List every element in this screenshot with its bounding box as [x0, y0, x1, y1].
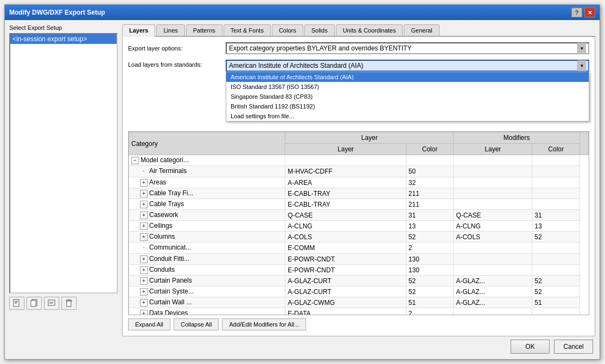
modifier-color-cell	[532, 308, 580, 316]
expand-icon[interactable]: ·	[140, 168, 148, 176]
category-cell: +Areas	[129, 177, 285, 188]
new-setup-button[interactable]	[9, 297, 24, 310]
expand-icon[interactable]: ·	[140, 245, 148, 252]
collapse-icon[interactable]: +	[140, 288, 148, 296]
collapse-icon[interactable]: +	[140, 299, 148, 306]
collapse-icon[interactable]: +	[140, 201, 148, 208]
modifier-color-cell: 51	[532, 297, 580, 308]
help-button[interactable]: ?	[571, 8, 582, 17]
tab-colors[interactable]: Colors	[272, 24, 303, 36]
title-bar-buttons: ? ✕	[571, 8, 595, 17]
cancel-button[interactable]: Cancel	[554, 340, 593, 354]
col-modifier-group: Modifiers	[454, 132, 580, 144]
dropdown-option-0[interactable]: American Institute of Architects Standar…	[226, 72, 589, 82]
collapse-icon[interactable]: +	[140, 233, 148, 241]
category-name: Data Devices	[149, 309, 188, 315]
modifier-color-cell: 52	[532, 286, 580, 297]
export-setup-item[interactable]: <in-session export setup>	[10, 34, 117, 44]
ok-button[interactable]: OK	[511, 340, 550, 354]
load-layers-dropdown-container: American Institute of Architects Standar…	[226, 60, 589, 72]
col-scroll	[580, 132, 589, 155]
add-edit-modifiers-button[interactable]: Add/Edit Modifiers for All...	[222, 318, 306, 330]
layer-cell: E-COMM	[285, 242, 406, 254]
table-row: +Data DevicesE-DATA2	[129, 308, 589, 316]
svg-rect-5	[31, 301, 36, 306]
col-mod-color: Color	[532, 144, 580, 155]
export-layer-dropdown[interactable]: Export category properties BYLAYER and o…	[226, 42, 589, 54]
svg-rect-6	[48, 300, 55, 305]
dropdown-option-4[interactable]: Load settings from file...	[226, 111, 589, 121]
category-name: Areas	[149, 178, 166, 186]
collapse-icon[interactable]: +	[140, 222, 148, 230]
modifier-layer-cell: A-GLAZ...	[454, 276, 532, 286]
modifier-layer-cell	[454, 308, 532, 316]
category-cell: +Curtain Wall ...	[129, 297, 285, 308]
delete-setup-button[interactable]	[61, 297, 77, 310]
modifier-layer-cell: A-CLNG	[454, 221, 532, 232]
modifier-color-cell	[532, 254, 580, 265]
collapse-icon[interactable]: +	[140, 277, 148, 285]
dropdown-option-2[interactable]: Singapore Standard 83 (CP83)	[226, 92, 589, 101]
table-row: ·Communicat...E-COMM2	[129, 242, 589, 254]
copy-icon	[30, 299, 39, 308]
tab-layers[interactable]: Layers	[122, 24, 155, 37]
category-name: Curtain Panels	[149, 277, 192, 284]
expand-icon[interactable]: −	[131, 157, 139, 164]
collapse-icon[interactable]: +	[140, 190, 148, 197]
layer-cell: Q-CASE	[285, 210, 406, 221]
category-cell: +Data Devices	[129, 308, 285, 316]
tab-patterns[interactable]: Patterns	[186, 24, 222, 36]
modifier-layer-cell: A-GLAZ...	[454, 286, 532, 297]
collapse-icon[interactable]: +	[140, 256, 148, 263]
modifier-layer-cell: A-GLAZ...	[454, 297, 532, 308]
color-cell: 211	[406, 199, 454, 210]
category-cell: +Conduits	[129, 265, 285, 276]
modifier-color-cell	[532, 265, 580, 276]
main-area: Select Export Setup <in-session export s…	[9, 24, 595, 336]
rename-setup-button[interactable]	[44, 297, 59, 310]
load-layers-dropdown[interactable]: American Institute of Architects Standar…	[226, 60, 589, 72]
expand-all-button[interactable]: Expand All	[128, 318, 170, 330]
tab-units-coordinates[interactable]: Units & Coordinates	[336, 24, 403, 36]
layer-cell: A-GLAZ-CURT	[285, 286, 406, 297]
modifier-color-cell	[532, 188, 580, 199]
modifier-color-cell	[532, 177, 580, 188]
category-name: Curtain Syste...	[149, 288, 194, 295]
copy-setup-button[interactable]	[27, 297, 42, 310]
color-cell: 32	[406, 177, 454, 188]
collapse-icon[interactable]: +	[140, 179, 148, 187]
layers-table: Category Layer Modifiers Layer Color Lay…	[129, 132, 589, 315]
category-cell: ·Communicat...	[129, 242, 285, 254]
table-row: +Cable TraysE-CABL-TRAY211	[129, 199, 589, 210]
tab-general[interactable]: General	[404, 24, 439, 36]
color-cell: 130	[406, 254, 454, 265]
modifier-color-cell: 13	[532, 221, 580, 232]
left-panel-label: Select Export Setup	[9, 24, 118, 31]
collapse-all-button[interactable]: Collapse All	[174, 318, 219, 330]
collapse-icon[interactable]: +	[140, 266, 148, 274]
table-row: +Curtain PanelsA-GLAZ-CURT52A-GLAZ...52	[129, 276, 589, 286]
category-name: Ceilings	[149, 222, 173, 229]
modifier-layer-cell: Q-CASE	[454, 210, 532, 221]
color-cell	[406, 155, 454, 166]
layer-cell: A-GLAZ-CWMG	[285, 297, 406, 308]
collapse-icon[interactable]: +	[140, 212, 148, 219]
dropdown-option-3[interactable]: British Standard 1192 (BS1192)	[226, 101, 589, 111]
category-name: Conduit Fitti...	[149, 255, 189, 263]
category-cell: +Curtain Syste...	[129, 286, 285, 297]
layer-cell: E-CABL-TRAY	[285, 188, 406, 199]
title-bar: Modify DWG/DXF Export Setup ? ✕	[5, 5, 600, 20]
modifier-color-cell	[532, 199, 580, 210]
layer-cell: E-CABL-TRAY	[285, 199, 406, 210]
category-name: Cable Tray Fi...	[149, 189, 193, 197]
export-setup-list[interactable]: <in-session export setup>	[9, 33, 118, 293]
expand-icon[interactable]: +	[140, 310, 148, 315]
tab-text-fonts[interactable]: Text & Fonts	[224, 24, 271, 36]
dropdown-option-1[interactable]: ISO Standard 13567 (ISO 13567)	[226, 82, 589, 92]
layer-cell	[285, 155, 406, 166]
tab-solids[interactable]: Solids	[304, 24, 335, 36]
modifier-layer-cell	[454, 177, 532, 188]
close-button[interactable]: ✕	[584, 8, 595, 17]
color-cell: 31	[406, 210, 454, 221]
tab-lines[interactable]: Lines	[156, 24, 184, 36]
